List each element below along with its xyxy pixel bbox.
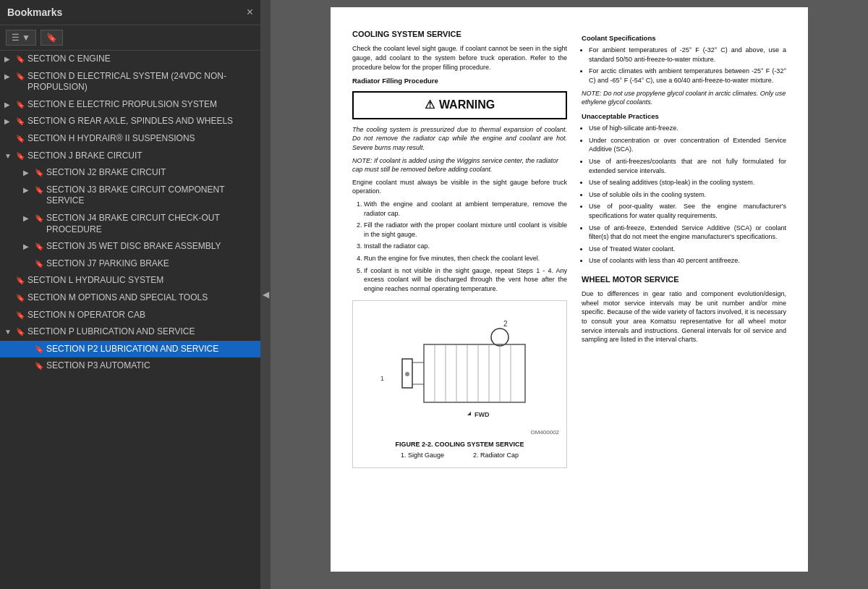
unacceptable-bullet: Use of sealing additives (stop-leak) in … [589,178,786,187]
bookmark-icon: 🔖 [35,241,46,251]
expand-icon: ▶ [23,241,35,251]
svg-marker-17 [467,412,471,415]
expand-icon: ▶ [23,185,35,195]
expand-icon [23,360,35,361]
sidebar-item-section-g[interactable]: ▶🔖SECTION G REAR AXLE, SPINDLES AND WHEE… [0,113,260,130]
expand-icon: ▼ [4,326,16,336]
svg-text:FWD: FWD [475,411,490,418]
collapse-icon: ◀ [263,289,269,300]
step-item: Install the radiator cap. [364,242,567,251]
figure-labels: 1. Sight Gauge 2. Radiator Cap [360,451,559,460]
warning-label: WARNING [439,97,495,113]
bookmark-icon: 🔖 [16,99,27,109]
spec-bullet: For arctic climates with ambient tempera… [589,67,786,85]
spec-title: Coolant Specifications [582,33,786,43]
unacceptable-bullets: Use of high-silicate anti-freeze.Under c… [582,124,786,266]
sidebar-toolbar: ☰ ▼ 🔖 [0,25,260,51]
bookmark-icon: 🔖 [16,151,27,161]
figure-tag: OM400002 [360,428,559,436]
unacceptable-bullet: Use of soluble oils in the cooling syste… [589,190,786,200]
sidebar-item-section-p[interactable]: ▼🔖SECTION P LUBRICATION AND SERVICE [0,323,260,341]
bookmark-icon: 🔖 [35,213,46,223]
sidebar-item-section-p2[interactable]: 🔖SECTION P2 LUBRICATION AND SERVICE [0,341,260,358]
bookmark-icon: 🔖 [35,258,46,268]
bookmark-icon: 🔖 [16,326,27,336]
expand-icon: ▶ [23,213,35,223]
expand-icon: ▶ [23,167,35,177]
sidebar-item-label: SECTION P3 AUTOMATIC [46,360,256,372]
sidebar-item-label: SECTION J7 PARKING BRAKE [46,258,256,270]
expand-icon [4,292,16,293]
expand-icon: ▶ [4,71,16,81]
steps-list: With the engine and coolant at ambient t… [352,200,567,293]
bookmark-icon: 🔖 [35,167,46,177]
warning-icon: ⚠ [425,97,435,113]
sidebar-item-section-j[interactable]: ▼🔖SECTION J BRAKE CIRCUIT [0,148,260,165]
sidebar-item-section-h[interactable]: 🔖SECTION H HYDRAIR® II SUSPENSIONS [0,130,260,148]
sidebar-item-label: SECTION J5 WET DISC BRAKE ASSEMBLY [46,241,256,253]
sidebar-item-section-j5[interactable]: ▶🔖SECTION J5 WET DISC BRAKE ASSEMBLY [0,238,260,255]
sidebar-item-label: SECTION D ELECTRICAL SYSTEM (24VDC NON-P… [27,71,256,93]
sidebar: Bookmarks × ☰ ▼ 🔖 ▶🔖SECTION C ENGINE▶🔖SE… [0,0,260,589]
sidebar-item-section-j3[interactable]: ▶🔖SECTION J3 BRAKE CIRCUIT COMPONENT SER… [0,182,260,210]
figure-area: 2 [352,300,567,468]
right-column: Coolant Specifications For ambient tempe… [582,29,786,468]
expand-icon: ▶ [4,116,16,126]
bookmark-icon: 🔖 [16,54,27,64]
sidebar-item-label: SECTION M OPTIONS AND SPECIAL TOOLS [27,292,256,304]
step-item: Run the engine for five minutes, then ch… [364,254,567,263]
svg-text:1: 1 [380,375,384,382]
spec-bullets: For ambient temperatures of -25° F (-32°… [582,46,786,85]
unacceptable-bullet: Under concentration or over concentratio… [589,136,786,154]
sidebar-item-label: SECTION J BRAKE CIRCUIT [27,151,256,162]
expand-icon: ▼ [4,151,16,161]
sidebar-toolbar-btn2[interactable]: 🔖 [41,30,63,46]
sidebar-item-section-n[interactable]: 🔖SECTION N OPERATOR CAB [0,307,260,324]
warning-header: ⚠ WARNING [361,97,558,113]
cooling-figure: 2 [366,308,554,424]
svg-text:2: 2 [503,320,508,328]
wheel-motor-title: WHEEL MOTOR SERVICE [582,274,786,285]
sidebar-item-label: SECTION P LUBRICATION AND SERVICE [27,326,256,338]
bookmark-icon: 🔖 [16,292,27,302]
expand-icon [23,258,35,259]
sidebar-item-section-j2[interactable]: ▶🔖SECTION J2 BRAKE CIRCUIT [0,164,260,182]
page-panel: COOLING SYSTEM SERVICE Check the coolant… [331,7,808,572]
sidebar-item-label: SECTION C ENGINE [27,54,256,65]
sidebar-close-button[interactable]: × [247,6,253,19]
unacceptable-bullet: Use of anti-freezes/coolants that are no… [589,157,786,175]
step-item: If coolant is not visible in the sight g… [364,266,567,294]
sidebar-item-section-p3[interactable]: 🔖SECTION P3 AUTOMATIC [0,357,260,375]
sidebar-toolbar-btn1[interactable]: ☰ ▼ [6,30,36,46]
main-content: COOLING SYSTEM SERVICE Check the coolant… [271,0,868,589]
figure-caption: FIGURE 2-2. COOLING SYSTEM SERVICE [360,440,559,449]
note1: NOTE: If coolant is added using the Wigg… [352,156,567,174]
sidebar-item-section-m[interactable]: 🔖SECTION M OPTIONS AND SPECIAL TOOLS [0,289,260,307]
sidebar-item-label: SECTION J2 BRAKE CIRCUIT [46,167,256,179]
bookmark-icon: 🔖 [16,71,27,81]
sidebar-title: Bookmarks [7,7,62,18]
sidebar-item-section-e[interactable]: ▶🔖SECTION E ELECTRIC PROPULSION SYSTEM [0,96,260,114]
unacceptable-bullet: Use of coolants with less than 40 percen… [589,256,786,266]
bookmark-icon: 🔖 [35,360,46,370]
unacceptable-bullet: Use of Treated Water coolant. [589,245,786,254]
spec-note: NOTE: Do not use propylene glycol coolan… [582,89,786,107]
sidebar-item-section-j4[interactable]: ▶🔖SECTION J4 BRAKE CIRCUIT CHECK-OUT PRO… [0,210,260,238]
dropdown-icon: ▼ [22,33,30,43]
wheel-motor-body: Due to differences in gear ratio and com… [582,289,786,344]
sidebar-item-section-l[interactable]: 🔖SECTION L HYDRAULIC SYSTEM [0,272,260,289]
expand-icon [4,275,16,276]
sidebar-item-section-c[interactable]: ▶🔖SECTION C ENGINE [0,51,260,68]
sidebar-item-section-d[interactable]: ▶🔖SECTION D ELECTRICAL SYSTEM (24VDC NON… [0,68,260,96]
expand-icon [4,133,16,134]
bookmark-icon: 🔖 [16,310,27,320]
sidebar-item-section-j7[interactable]: 🔖SECTION J7 PARKING BRAKE [0,255,260,273]
list-icon: ☰ [12,33,20,43]
collapse-handle[interactable]: ◀ [260,0,271,589]
unacceptable-bullet: Use of poor-quality water. See the engin… [589,202,786,220]
bookmark-icon: 🔖 [16,133,27,143]
expand-icon: ▶ [4,99,16,109]
sidebar-item-label: SECTION L HYDRAULIC SYSTEM [27,275,256,287]
expand-icon: ▶ [4,54,16,64]
radiator-subtitle: Radiator Filling Procedure [352,76,567,85]
